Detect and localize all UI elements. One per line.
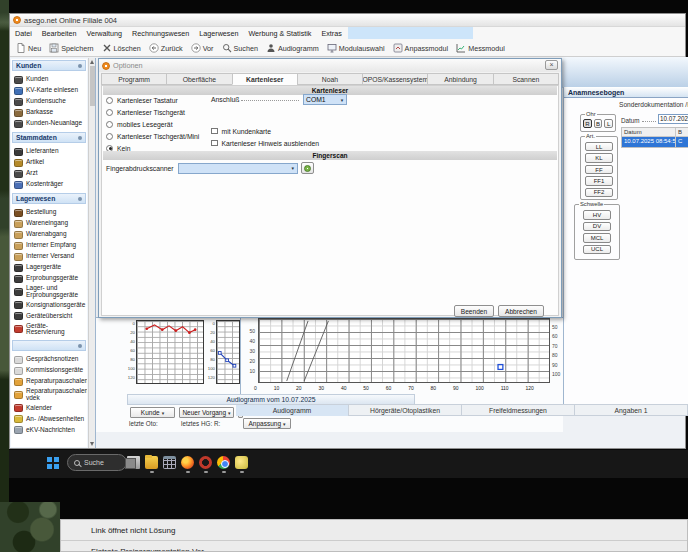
firefox-icon[interactable]: [181, 456, 194, 469]
abbrechen-button[interactable]: Abbrechen: [498, 305, 544, 317]
beenden-button[interactable]: Beenden: [454, 305, 494, 317]
sidebar-item[interactable]: KV-Karte einlesen: [12, 85, 86, 96]
popup-list-item[interactable]: Link öffnet nicht Lösung: [61, 520, 687, 541]
red-app-icon[interactable]: [199, 456, 212, 469]
pin-icon[interactable]: [78, 344, 82, 348]
pin-icon[interactable]: [78, 136, 82, 140]
sidebar-section-kunden[interactable]: Kunden: [12, 60, 86, 71]
sidebar-item[interactable]: Kundensuche: [12, 96, 86, 107]
menu-item[interactable]: Werbung & Statistik: [243, 29, 316, 38]
threshold-button[interactable]: MCL: [583, 233, 611, 243]
kunde-button[interactable]: Kunde ▾: [130, 407, 175, 418]
sidebar-item[interactable]: Interner Empfang: [12, 240, 86, 251]
sidebar-item[interactable]: Erprobungsgeräte: [12, 273, 86, 284]
pin-icon[interactable]: [78, 197, 82, 201]
kartenleser-radio[interactable]: Kartenleser Tischgerät/Mini: [106, 130, 199, 142]
sidebar-scrollbar[interactable]: [88, 58, 95, 448]
sidebar-item[interactable]: Warenabgang: [12, 229, 86, 240]
neuer-vorgang-button[interactable]: Neuer Vorgang ▾: [179, 407, 234, 418]
sidebar-section-stammdaten[interactable]: Stammdaten: [12, 132, 86, 143]
bottom-tab[interactable]: Freifeldmessungen: [462, 405, 575, 416]
fingerprint-settings-button[interactable]: [301, 162, 314, 174]
dialog-tab[interactable]: OPOS/Kassensystem: [362, 73, 427, 85]
audiogram-chart-right-ear[interactable]: [136, 320, 204, 384]
sidebar-item[interactable]: Kommissionsgeräte: [12, 365, 86, 376]
sidebar-item[interactable]: Artikel: [12, 157, 86, 168]
audiogram-chart-left-ear[interactable]: [216, 320, 240, 384]
taskbar-search[interactable]: Suche: [67, 454, 127, 471]
toolbar-button[interactable]: Modulauswahl: [323, 43, 389, 53]
menu-item[interactable]: Verwaltung: [82, 29, 128, 38]
scrollbar-thumb[interactable]: [90, 66, 95, 106]
sidebar-item[interactable]: Barkasse: [12, 107, 86, 118]
measurement-type-button[interactable]: FF: [585, 165, 613, 174]
anpassung-button[interactable]: Anpassung ▾: [243, 418, 291, 429]
scroll-up-icon[interactable]: [90, 60, 94, 64]
toolbar-button[interactable]: Audiogramm: [262, 43, 323, 53]
menu-item[interactable]: Datei: [10, 29, 37, 38]
speech-audiogram-chart[interactable]: [258, 318, 550, 383]
sidebar-item[interactable]: Interner Versand: [12, 251, 86, 262]
sidebar-item[interactable]: Geräte-Reservierung: [12, 322, 86, 338]
measurement-type-button[interactable]: LL: [585, 142, 613, 151]
sidebar-item[interactable]: Gesprächsnotizen: [12, 354, 86, 365]
toolbar-button[interactable]: Speichern: [45, 43, 97, 53]
task-view-icon[interactable]: [127, 456, 140, 469]
ear-select-button[interactable]: B: [594, 119, 603, 128]
toolbar-button[interactable]: Vor: [187, 43, 218, 53]
measurement-type-button[interactable]: KL: [585, 153, 613, 162]
sidebar-item[interactable]: Kunden-Neuanlage: [12, 118, 86, 129]
yellow-app-icon[interactable]: [235, 456, 248, 469]
bottom-tab[interactable]: Angaben 1: [575, 405, 688, 416]
menu-item[interactable]: Bearbeiten: [37, 29, 82, 38]
toolbar-button[interactable]: Neu: [12, 43, 45, 53]
sidebar-item[interactable]: Wareneingang: [12, 218, 86, 229]
table-row-selected[interactable]: 10.07.2025 08:54:53 C: [622, 137, 688, 147]
datum-field[interactable]: 10.07.2025: [658, 114, 688, 124]
dialog-tab[interactable]: Scannen: [493, 73, 559, 85]
sidebar-section-lagerwesen[interactable]: Lagerwesen: [12, 193, 86, 204]
menu-item[interactable]: Extras: [316, 29, 346, 38]
checkbox-row[interactable]: mit Kundenkarte: [211, 125, 319, 137]
toolbar-button[interactable]: Löschen: [98, 43, 145, 53]
kartenleser-radio[interactable]: Kartenleser Tastatur: [106, 95, 199, 107]
close-icon[interactable]: ×: [545, 60, 558, 70]
dialog-tab[interactable]: Oberfläche: [166, 73, 231, 85]
toolbar-button[interactable]: Messmodul: [452, 43, 509, 53]
sidebar-item[interactable]: eKV-Nachrichten: [12, 425, 86, 436]
measurement-type-button[interactable]: FF1: [585, 176, 613, 185]
fingerprint-select[interactable]: ▾: [178, 163, 298, 174]
sidebar-item[interactable]: Lagergeräte: [12, 262, 86, 273]
bottom-tab[interactable]: Audiogramm: [236, 405, 349, 416]
sidebar-section-organisation[interactable]: [12, 340, 86, 351]
sidebar-item[interactable]: Kunden: [12, 74, 86, 85]
scroll-down-icon[interactable]: [90, 442, 94, 446]
sidebar-item[interactable]: Konsignationsgeräte: [12, 300, 86, 311]
dialog-titlebar[interactable]: Optionen: [99, 59, 561, 72]
kartenleser-radio[interactable]: mobiles Lesegerät: [106, 119, 199, 131]
sidebar-item[interactable]: An- /Abwesenheiten: [12, 414, 86, 425]
anschluss-select[interactable]: COM1 ▾: [303, 94, 347, 105]
toolbar-button[interactable]: Zurück: [145, 43, 187, 53]
toolbar-button[interactable]: Anpassmodul: [389, 43, 453, 53]
threshold-button[interactable]: HV: [583, 210, 611, 220]
sidebar-item[interactable]: Lieferanten: [12, 146, 86, 157]
sidebar-item[interactable]: Arzt: [12, 168, 86, 179]
chrome-icon[interactable]: [217, 456, 230, 469]
measurement-type-button[interactable]: FF2: [585, 188, 613, 197]
sidebar-item[interactable]: Reparaturpauschalen vdek: [12, 387, 86, 403]
sidebar-item[interactable]: Lager- und Erprobungsgeräte: [12, 284, 86, 300]
threshold-button[interactable]: UCL: [583, 245, 611, 255]
sidebar-item[interactable]: Bestellung: [12, 207, 86, 218]
toolbar-button[interactable]: Suchen: [218, 43, 262, 53]
sidebar-item[interactable]: Kostenträger: [12, 179, 86, 190]
popup-list-item[interactable]: Flatrate Preisargumentation Ver: [61, 541, 687, 552]
kartenleser-radio[interactable]: Kartenleser Tischgerät: [106, 107, 199, 119]
dialog-tab[interactable]: Noah: [297, 73, 362, 85]
sidebar-item[interactable]: Reparaturpauschalen: [12, 376, 86, 387]
start-button[interactable]: [47, 457, 59, 469]
menu-item[interactable]: Rechnungswesen: [127, 29, 194, 38]
sidebar-item[interactable]: Geräteübersicht: [12, 311, 86, 322]
threshold-button[interactable]: DV: [583, 222, 611, 232]
sidebar-item[interactable]: Kalender: [12, 403, 86, 414]
